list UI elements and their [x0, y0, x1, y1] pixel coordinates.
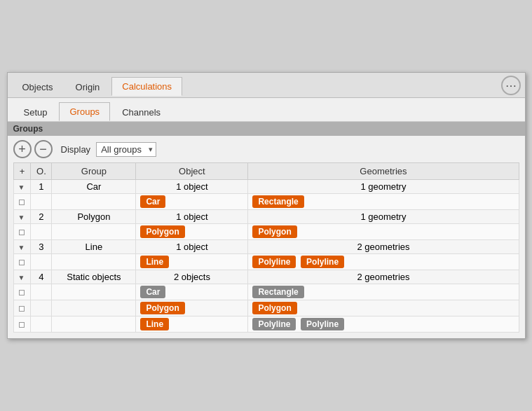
- group1-order: 1: [31, 180, 52, 194]
- geometry-tag[interactable]: Rectangle: [252, 195, 303, 208]
- secondary-tab-bar: Setup Groups Channels: [8, 98, 525, 122]
- group1-child-order-empty: [31, 194, 52, 210]
- add-group-button[interactable]: +: [13, 140, 32, 158]
- more-button[interactable]: ⋯: [501, 76, 521, 95]
- group4-child1-object: Car: [136, 284, 248, 300]
- object-tag[interactable]: Car: [140, 286, 165, 298]
- table-header-row: + O. Group Object Geometries: [13, 163, 519, 180]
- main-window: Objects Origin Calculations ⋯ Setup Grou…: [7, 72, 526, 339]
- group1-geometries: 1 geometry: [248, 180, 519, 194]
- header-geometries: Geometries: [248, 163, 519, 180]
- group3-child-order-empty: [31, 254, 52, 270]
- object-tag[interactable]: Car: [140, 195, 165, 208]
- group1-child-group-empty: [52, 194, 136, 210]
- geometry-tag[interactable]: Rectangle: [252, 286, 303, 298]
- group2-expand[interactable]: ▼: [13, 210, 31, 224]
- group1-objects: 1 object: [136, 180, 248, 194]
- group2-order: 2: [31, 210, 52, 224]
- table-row: Car Rectangle: [13, 284, 519, 300]
- group4-child3-check[interactable]: [13, 316, 31, 333]
- group1-child-check[interactable]: [13, 194, 31, 210]
- row-checkbox: [19, 322, 25, 328]
- groups-section-header: Groups: [8, 122, 525, 136]
- group2-child-group-empty: [52, 224, 136, 240]
- row-checkbox: [19, 290, 25, 295]
- tab-channels[interactable]: Channels: [111, 103, 171, 121]
- expand-icon: ▼: [18, 214, 25, 221]
- geometry-tag[interactable]: Polyline: [252, 256, 296, 268]
- expand-icon: ▼: [18, 183, 25, 191]
- group3-child-geo: Polyline Polyline: [248, 254, 519, 270]
- row-checkbox: [19, 200, 25, 205]
- header-plus: +: [13, 163, 31, 180]
- table-row: Line Polyline Polyline: [13, 316, 519, 333]
- tab-calculations[interactable]: Calculations: [111, 77, 182, 96]
- group1-child-geo: Rectangle: [248, 194, 519, 210]
- group3-child-object: Line: [136, 254, 248, 270]
- group4-child3-order-empty: [31, 316, 52, 333]
- header-object: Object: [136, 163, 248, 180]
- group4-order: 4: [31, 270, 52, 284]
- group4-child1-geo: Rectangle: [248, 284, 519, 300]
- object-tag[interactable]: Polygon: [140, 302, 184, 314]
- group4-objects: 2 objects: [136, 270, 248, 284]
- group2-child-geo: Polygon: [248, 224, 519, 240]
- group4-name: Static objects: [52, 270, 136, 284]
- group1-name: Car: [52, 180, 136, 194]
- group3-child-group-empty: [52, 254, 136, 270]
- group3-name: Line: [52, 240, 136, 254]
- group3-order: 3: [31, 240, 52, 254]
- tab-setup[interactable]: Setup: [13, 103, 58, 121]
- table-row: ▼ 1 Car 1 object 1 geometry: [13, 180, 519, 194]
- table-row: ▼ 2 Polygon 1 object 1 geometry: [13, 210, 519, 224]
- table-row: Line Polyline Polyline: [13, 254, 519, 270]
- group2-objects: 1 object: [136, 210, 248, 224]
- groups-table-container: + O. Group Object Geometries ▼ 1 Car 1 o…: [8, 162, 525, 338]
- object-tag[interactable]: Line: [140, 256, 169, 268]
- tab-groups[interactable]: Groups: [59, 102, 110, 121]
- geometry-tag[interactable]: Polyline: [252, 318, 296, 330]
- geometry-tag[interactable]: Polygon: [252, 302, 296, 314]
- tab-origin[interactable]: Origin: [65, 78, 111, 96]
- group3-expand[interactable]: ▼: [13, 240, 31, 254]
- object-tag[interactable]: Polygon: [140, 225, 184, 238]
- row-checkbox: [19, 260, 25, 265]
- table-row: Polygon Polygon: [13, 224, 519, 240]
- group4-expand[interactable]: ▼: [13, 270, 31, 284]
- group1-expand[interactable]: ▼: [13, 180, 31, 194]
- group4-child3-geo: Polyline Polyline: [248, 316, 519, 333]
- group2-geometries: 1 geometry: [248, 210, 519, 224]
- display-select-wrapper[interactable]: All groups Group 1 Group 2 Group 3 Group…: [93, 142, 156, 157]
- group4-child2-order-empty: [31, 300, 52, 316]
- tab-objects[interactable]: Objects: [12, 78, 64, 96]
- top-tab-bar: Objects Origin Calculations ⋯: [8, 73, 525, 98]
- group3-geometries: 2 geometries: [248, 240, 519, 254]
- geometry-tag[interactable]: Polyline: [301, 318, 344, 330]
- header-group: Group: [52, 163, 136, 180]
- group4-child3-object: Line: [136, 316, 248, 333]
- group4-child1-group-empty: [52, 284, 136, 300]
- group3-child-check[interactable]: [13, 254, 31, 270]
- expand-icon: ▼: [18, 244, 25, 251]
- geometry-tag[interactable]: Polyline: [301, 256, 344, 268]
- header-order: O.: [31, 163, 52, 180]
- geometry-tag[interactable]: Polygon: [252, 225, 296, 238]
- table-row: ▼ 3 Line 1 object 2 geometries: [13, 240, 519, 254]
- display-label: Display: [61, 144, 91, 155]
- group1-child-object: Car: [136, 194, 248, 210]
- row-checkbox: [19, 306, 25, 312]
- table-row: Car Rectangle: [13, 194, 519, 210]
- remove-group-button[interactable]: −: [34, 140, 53, 158]
- group4-child2-geo: Polygon: [248, 300, 519, 316]
- group4-geometries: 2 geometries: [248, 270, 519, 284]
- display-select[interactable]: All groups Group 1 Group 2 Group 3 Group…: [96, 142, 156, 157]
- group4-child2-object: Polygon: [136, 300, 248, 316]
- group2-child-object: Polygon: [136, 224, 248, 240]
- row-checkbox: [19, 230, 25, 235]
- group2-child-check[interactable]: [13, 224, 31, 240]
- groups-toolbar: + − Display All groups Group 1 Group 2 G…: [8, 136, 525, 162]
- object-tag[interactable]: Line: [140, 318, 169, 330]
- group4-child2-check[interactable]: [13, 300, 31, 316]
- group4-child1-check[interactable]: [13, 284, 31, 300]
- group3-objects: 1 object: [136, 240, 248, 254]
